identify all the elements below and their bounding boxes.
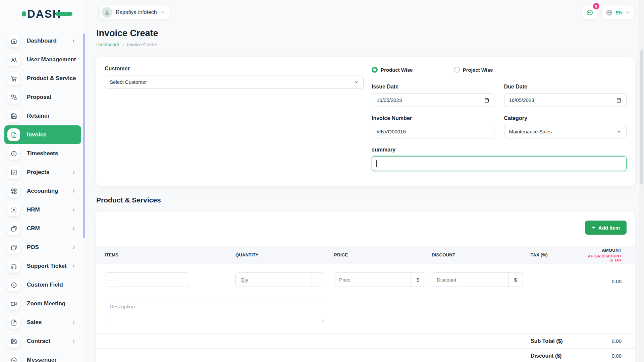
sidebar-item-label: Timesheets xyxy=(27,150,58,157)
sidebar: DASH Dashboard User Management Product &… xyxy=(0,0,86,362)
sidebar-item-label: Custom Field xyxy=(27,282,63,288)
category-select[interactable]: Maintenance Sales xyxy=(504,125,627,138)
sidebar-item-sales[interactable]: Sales xyxy=(4,313,81,332)
page-scrollbar-thumb[interactable] xyxy=(640,50,643,184)
sidebar-item-label: Projects xyxy=(27,169,49,176)
sidebar-item-label: Retainer xyxy=(27,113,50,119)
sidebar-item-messenger[interactable]: Messenger xyxy=(4,351,81,362)
amount-subheader: AFTER DISCOUNT & TAX xyxy=(584,254,622,262)
sidebar-item-contract[interactable]: Contract xyxy=(4,332,81,351)
product-wise-option[interactable]: Product Wise xyxy=(372,67,413,73)
customer-select[interactable]: Select Customer xyxy=(105,75,364,89)
customer-label: Customer xyxy=(105,66,364,72)
plus-circle-icon xyxy=(7,279,20,291)
breadcrumb: Dashboard › Invoice Create xyxy=(96,42,635,47)
sidebar-item-user-management[interactable]: User Management xyxy=(4,50,81,69)
page-title: Invoice Create xyxy=(96,28,635,39)
sidebar-item-label: Contract xyxy=(27,338,50,345)
sidebar-item-label: Product & Service xyxy=(27,75,76,82)
sidebar-item-dashboard[interactable]: Dashboard xyxy=(4,32,81,50)
price-input[interactable] xyxy=(334,273,411,287)
sidebar-scrollbar[interactable] xyxy=(83,34,85,238)
chat-bubble-icon xyxy=(586,9,593,16)
col-discount: DISCOUNT xyxy=(432,252,531,257)
calendar-icon xyxy=(616,98,622,103)
discount-input-group: $ xyxy=(432,272,523,287)
sidebar-item-label: Accounting xyxy=(27,188,58,194)
sidebar-item-support-ticket[interactable]: Support Ticket xyxy=(4,257,81,276)
notifications-button[interactable]: 0 xyxy=(582,5,597,20)
issue-date-label: Issue Date xyxy=(372,84,494,90)
subtotal-label: Sub Total ($) xyxy=(531,338,584,344)
sidebar-item-custom-field[interactable]: Custom Field xyxy=(4,276,81,294)
totals-section: Sub Total ($) 0.00 Discount ($) 0.00 xyxy=(96,334,635,362)
breadcrumb-separator: › xyxy=(122,42,124,47)
sidebar-item-crm[interactable]: CRM xyxy=(4,219,81,238)
sidebar-nav: Dashboard User Management Product & Serv… xyxy=(0,32,86,362)
app-window-icon xyxy=(7,241,20,254)
col-quantity: QUANTITY xyxy=(235,252,334,257)
invoice-number-label: Invoice Number xyxy=(372,115,494,121)
sidebar-item-timesheets[interactable]: Timesheets xyxy=(4,144,81,163)
company-switcher[interactable]: Rajodiya infotech xyxy=(99,5,170,20)
logo-dash xyxy=(56,12,72,16)
discount-total-label: Discount ($) xyxy=(531,353,584,359)
sidebar-item-invoice[interactable]: Invoice xyxy=(4,125,81,144)
plus-icon: + xyxy=(592,224,596,231)
chevron-right-icon xyxy=(71,189,76,194)
language-selector[interactable]: EN xyxy=(601,5,634,20)
item-row: -- $ $ 0.00 xyxy=(96,272,635,287)
quantity-spinner[interactable] xyxy=(312,273,323,287)
chevron-right-icon xyxy=(71,264,76,269)
file-icon xyxy=(7,316,20,329)
sidebar-item-label: Messenger xyxy=(27,357,57,362)
video-icon xyxy=(7,297,20,310)
sidebar-item-label: CRM xyxy=(27,225,40,232)
sidebar-item-proposal[interactable]: Proposal xyxy=(4,88,81,107)
chevron-right-icon xyxy=(71,245,76,250)
check-square-icon xyxy=(7,166,20,179)
app-logo[interactable]: DASH xyxy=(22,8,86,19)
user-scan-icon xyxy=(7,203,20,216)
project-wise-option[interactable]: Project Wise xyxy=(454,67,493,73)
sidebar-item-label: Zoom Meeting xyxy=(27,300,65,307)
col-tax: TAX (%) xyxy=(531,252,584,257)
save-icon xyxy=(7,335,20,348)
sidebar-item-pos[interactable]: POS xyxy=(4,238,81,257)
subtotal-row: Sub Total ($) 0.00 xyxy=(96,334,635,349)
products-services-heading: Product & Services xyxy=(96,196,635,204)
add-item-button[interactable]: + Add item xyxy=(585,221,627,235)
customer-select-value: Select Customer xyxy=(110,79,147,85)
sidebar-item-label: Proposal xyxy=(27,94,51,101)
sidebar-item-hrm[interactable]: HRM xyxy=(4,200,81,219)
calendar-icon xyxy=(484,98,489,103)
item-select[interactable]: -- xyxy=(105,272,189,287)
sidebar-item-label: Dashboard xyxy=(27,38,57,44)
category-select-value: Maintenance Sales xyxy=(509,129,552,134)
page-scrollbar[interactable] xyxy=(639,0,644,362)
discount-input[interactable] xyxy=(432,273,508,287)
summary-label: summary xyxy=(372,147,627,153)
summary-textarea[interactable] xyxy=(372,156,627,171)
row-amount-value: 0.00 xyxy=(584,279,627,284)
company-avatar xyxy=(102,7,112,18)
chevron-down-icon xyxy=(617,129,622,134)
breadcrumb-dashboard-link[interactable]: Dashboard xyxy=(96,42,119,47)
users-icon xyxy=(7,53,20,66)
sidebar-item-retainer[interactable]: Retainer xyxy=(4,107,81,125)
quantity-input[interactable] xyxy=(236,273,312,287)
price-currency-suffix: $ xyxy=(411,273,425,287)
description-textarea[interactable] xyxy=(105,300,324,322)
headphones-icon xyxy=(7,260,20,273)
sidebar-item-zoom-meeting[interactable]: Zoom Meeting xyxy=(4,294,81,313)
due-date-input[interactable]: 16/05/2023 xyxy=(504,93,627,107)
invoice-number-input[interactable] xyxy=(372,125,494,138)
sidebar-item-projects[interactable]: Projects xyxy=(4,163,81,182)
issue-date-input[interactable]: 16/05/2023 xyxy=(372,93,494,107)
sidebar-item-accounting[interactable]: Accounting xyxy=(4,182,81,200)
chevron-right-icon xyxy=(71,39,76,44)
chevron-right-icon xyxy=(71,320,76,325)
sidebar-item-product-service[interactable]: Product & Service xyxy=(4,69,81,88)
invoice-type-radios: Product Wise Project Wise xyxy=(372,67,627,73)
chevron-right-icon xyxy=(71,339,76,344)
